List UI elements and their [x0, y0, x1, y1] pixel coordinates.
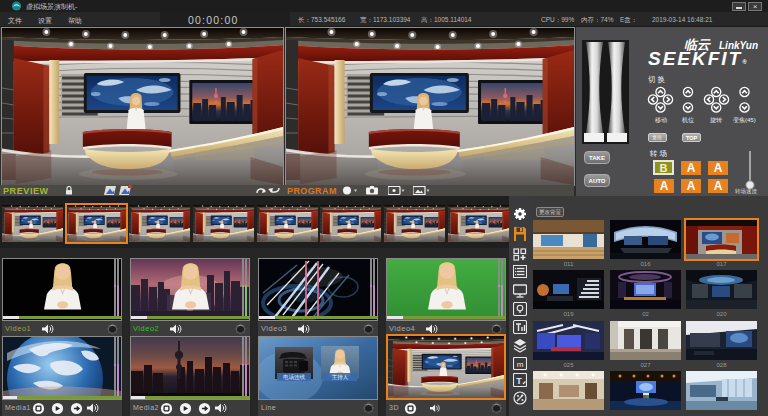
svg-text:主持人: 主持人	[332, 374, 349, 381]
svg-text:电话连线: 电话连线	[283, 374, 306, 381]
svg-text:m: m	[517, 360, 524, 369]
svg-text:T: T	[516, 376, 522, 386]
